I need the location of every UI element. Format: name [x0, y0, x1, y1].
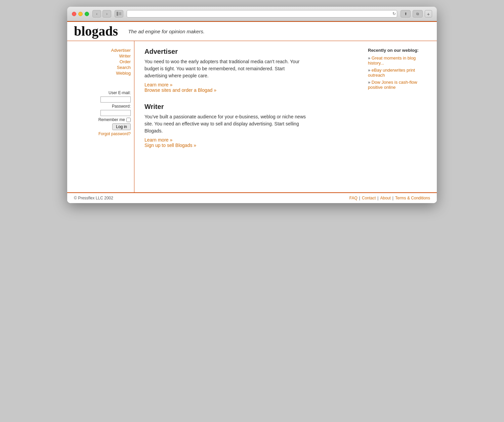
- tabs-button[interactable]: ⧉: [413, 10, 423, 17]
- weblog-item-1-prefix: »: [368, 55, 372, 61]
- new-tab-button[interactable]: +: [425, 10, 432, 17]
- footer-sep-3: |: [392, 196, 393, 200]
- site-logo: blogads: [74, 25, 118, 38]
- footer-about-link[interactable]: About: [380, 196, 390, 200]
- header: blogads The ad engine for opinion makers…: [67, 21, 437, 41]
- advertiser-section: Advertiser You need to woo the early ado…: [144, 48, 353, 93]
- sidebar-item-search[interactable]: Search: [117, 65, 131, 70]
- right-sidebar: Recently on our weblog: » Great moments …: [363, 41, 437, 192]
- logo-area: blogads: [74, 25, 118, 38]
- sidebar-item-order[interactable]: Order: [120, 59, 131, 64]
- close-button[interactable]: [72, 12, 76, 16]
- forgot-password-link[interactable]: Forgot password?: [98, 131, 131, 136]
- nav-buttons: ‹ ›: [92, 10, 111, 17]
- advertiser-title: Advertiser: [144, 48, 353, 55]
- login-form: User E-mail: Password: Remember me Log i…: [71, 90, 131, 136]
- sidebar-toggle-button[interactable]: [115, 10, 123, 17]
- left-sidebar: Advertiser Writer Order Search Weblog Us…: [67, 41, 134, 192]
- sidebar-nav: Advertiser Writer Order Search Weblog: [71, 48, 131, 76]
- site-tagline: The ad engine for opinion makers.: [128, 29, 205, 34]
- main-content: Advertiser You need to woo the early ado…: [134, 41, 363, 192]
- footer-faq-link[interactable]: FAQ: [349, 196, 358, 200]
- browser-actions: ⬆ ⧉ +: [401, 10, 432, 17]
- browser-titlebar: ‹ › ↻ ⬆ ⧉ +: [67, 7, 437, 21]
- minimize-button[interactable]: [78, 12, 83, 16]
- remember-checkbox[interactable]: [126, 118, 131, 122]
- advertiser-browse-link[interactable]: Browse sites and order a Blogad »: [144, 87, 353, 93]
- traffic-lights: [72, 12, 89, 16]
- email-label: User E-mail:: [109, 90, 131, 95]
- writer-body: You've built a passionate audience for y…: [144, 113, 306, 135]
- weblog-item-2: » eBay underwrites print outreach: [368, 68, 432, 78]
- maximize-button[interactable]: [85, 12, 89, 16]
- weblog-item-1-link[interactable]: Great moments in blog history...: [368, 55, 416, 66]
- page-footer: © Pressflex LLC 2002 FAQ | Contact | Abo…: [67, 192, 437, 203]
- share-button[interactable]: ⬆: [401, 10, 411, 17]
- writer-section: Writer You've built a passionate audienc…: [144, 103, 353, 148]
- sidebar-item-advertiser[interactable]: Advertiser: [111, 48, 131, 53]
- remember-row: Remember me: [98, 117, 131, 122]
- weblog-item-3-prefix: »: [368, 80, 372, 85]
- footer-terms-link[interactable]: Terms & Conditions: [395, 196, 430, 200]
- footer-copyright: © Pressflex LLC 2002: [74, 196, 113, 200]
- weblog-item-2-prefix: »: [368, 68, 372, 73]
- svg-rect-1: [119, 12, 121, 13]
- advertiser-body: You need to woo the early adopters that …: [144, 58, 306, 79]
- footer-links: FAQ | Contact | About | Terms & Conditio…: [349, 196, 430, 200]
- svg-rect-3: [119, 14, 121, 15]
- page-content: blogads The ad engine for opinion makers…: [67, 21, 437, 203]
- weblog-item-3-link[interactable]: Dow Jones is cash-flow positive online: [368, 80, 417, 90]
- address-bar[interactable]: [127, 10, 397, 17]
- remember-label: Remember me: [98, 117, 125, 122]
- writer-title: Writer: [144, 103, 353, 111]
- browser-window: ‹ › ↻ ⬆ ⧉ + blogads The ad en: [67, 7, 437, 203]
- weblog-item-2-link[interactable]: eBay underwrites print outreach: [368, 68, 415, 78]
- refresh-button[interactable]: ↻: [392, 11, 396, 16]
- svg-rect-2: [119, 13, 121, 14]
- main-layout: Advertiser Writer Order Search Weblog Us…: [67, 41, 437, 192]
- email-input[interactable]: [100, 97, 131, 103]
- weblog-item-1: » Great moments in blog history...: [368, 55, 432, 66]
- footer-contact-link[interactable]: Contact: [362, 196, 376, 200]
- sidebar-item-weblog[interactable]: Weblog: [116, 71, 131, 76]
- address-bar-wrapper: ↻: [127, 10, 397, 17]
- back-button[interactable]: ‹: [92, 10, 101, 17]
- login-button[interactable]: Log in: [112, 123, 131, 130]
- weblog-item-3: » Dow Jones is cash-flow positive online: [368, 80, 432, 90]
- weblog-title: Recently on our weblog:: [368, 48, 432, 53]
- writer-signup-link[interactable]: Sign up to sell Blogads »: [144, 143, 353, 148]
- advertiser-learn-more-link[interactable]: Learn more »: [144, 82, 353, 87]
- writer-learn-more-link[interactable]: Learn more »: [144, 137, 353, 143]
- password-label: Password:: [112, 104, 131, 109]
- password-input[interactable]: [100, 110, 131, 116]
- footer-sep-2: |: [377, 196, 378, 200]
- weblog-section: Recently on our weblog: » Great moments …: [368, 48, 432, 90]
- footer-sep-1: |: [359, 196, 360, 200]
- svg-rect-0: [117, 12, 118, 16]
- sidebar-item-writer[interactable]: Writer: [119, 53, 131, 59]
- forward-button[interactable]: ›: [102, 10, 111, 17]
